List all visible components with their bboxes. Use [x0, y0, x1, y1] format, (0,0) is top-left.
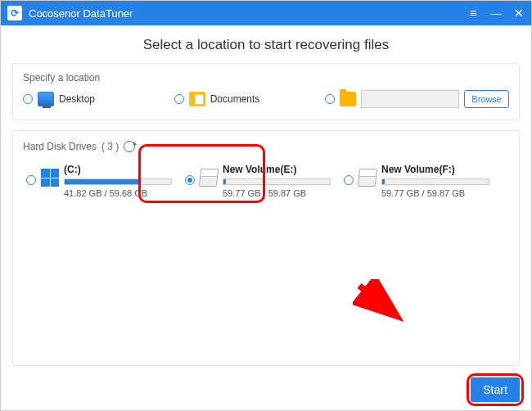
app-title: Cocosenor DataTuner — [29, 7, 133, 20]
specify-location-panel: Specify a location Desktop Documents Bro… — [12, 63, 520, 120]
folder-icon — [340, 92, 356, 106]
radio-desktop[interactable] — [23, 94, 33, 104]
windows-icon — [41, 169, 59, 187]
start-button[interactable]: Start — [471, 377, 520, 402]
drive-icon — [358, 169, 377, 187]
drive-name: New Volume(F:) — [381, 164, 489, 175]
window-controls: ≡ — ✕ — [467, 7, 525, 20]
menu-icon[interactable]: ≡ — [467, 7, 479, 20]
specify-location-title: Specify a location — [13, 64, 519, 90]
radio-custom[interactable] — [325, 94, 335, 104]
titlebar: ⟳ Cocosenor DataTuner ≡ — ✕ — [1, 1, 531, 25]
drives-row: (C:)41.82 GB / 59.68 GBNew Volume(E:)59.… — [13, 160, 519, 201]
drives-panel: Hard Disk Drives ( 3 ) (C:)41.82 GB / 59… — [12, 130, 520, 366]
drives-count: ( 3 ) — [101, 141, 119, 152]
radio-documents[interactable] — [174, 94, 184, 104]
location-documents[interactable]: Documents — [174, 92, 318, 106]
radio-drive[interactable] — [26, 175, 36, 185]
annotation-arrow-icon — [353, 279, 410, 328]
close-button[interactable]: ✕ — [513, 7, 525, 20]
radio-drive[interactable] — [185, 175, 195, 185]
drive-item[interactable]: New Volume(F:)59.77 GB / 59.87 GB — [339, 160, 494, 201]
radio-drive[interactable] — [344, 175, 354, 185]
drive-usage-bar — [64, 178, 172, 185]
desktop-label: Desktop — [59, 93, 95, 105]
browse-button[interactable]: Browse — [464, 90, 509, 108]
drive-item[interactable]: (C:)41.82 GB / 59.68 GB — [21, 160, 177, 201]
location-desktop[interactable]: Desktop — [23, 92, 166, 106]
drive-size: 41.82 GB / 59.68 GB — [64, 188, 172, 198]
desktop-icon — [38, 92, 54, 106]
documents-label: Documents — [210, 93, 260, 105]
drive-name: New Volume(E:) — [223, 164, 331, 175]
drive-usage-bar — [381, 178, 489, 185]
drive-item[interactable]: New Volume(E:)59.77 GB / 59.87 GB — [180, 160, 336, 201]
drives-title-prefix: Hard Disk Drives — [23, 141, 97, 152]
app-logo-icon: ⟳ — [7, 6, 22, 20]
documents-icon — [189, 92, 205, 106]
drive-icon — [199, 169, 219, 187]
drive-size: 59.77 GB / 59.87 GB — [381, 188, 489, 198]
custom-path-input[interactable] — [361, 90, 459, 108]
svg-line-1 — [359, 286, 394, 314]
refresh-icon[interactable] — [124, 141, 135, 152]
minimize-button[interactable]: — — [490, 7, 502, 20]
location-custom[interactable]: Browse — [325, 90, 509, 108]
drive-size: 59.77 GB / 59.87 GB — [223, 188, 331, 198]
drives-header: Hard Disk Drives ( 3 ) — [13, 131, 519, 160]
drive-usage-bar — [223, 178, 331, 185]
page-title: Select a location to start recovering fi… — [1, 25, 531, 63]
drive-name: (C:) — [64, 164, 172, 175]
